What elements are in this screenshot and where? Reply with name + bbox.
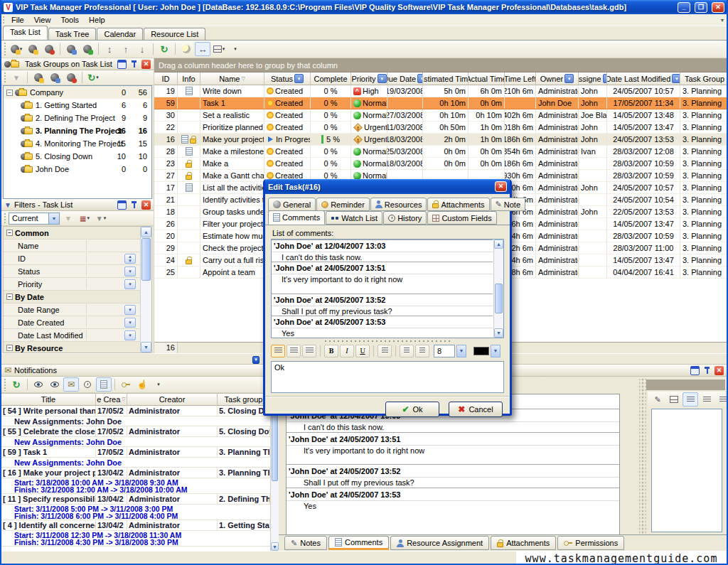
task-row-30[interactable]: 30Set a realisticCreated0 %Normal27/03/2… [154,109,727,122]
column-header-complete[interactable]: Complete [311,72,351,85]
delete-task-button[interactable] [41,42,57,56]
dialog-tab-resources[interactable]: Resources [370,198,427,211]
refresh-button[interactable]: ↻ [156,42,172,56]
tab-resource-list[interactable]: Resource List [144,28,205,40]
duplicate-task-button[interactable] [63,42,79,56]
collapse-toggle-icon[interactable]: − [6,90,13,96]
tree-item-5-closing-down[interactable]: 5. Closing Down1010 [4,150,151,163]
split-view-button[interactable] [666,392,682,407]
new-comment-input[interactable]: Ok [271,361,504,393]
notif-column-e-crea[interactable]: e Crea▽ [96,394,127,406]
mark-unread-button[interactable] [47,377,63,392]
task-row-28[interactable]: 28Make a milestone planCreated0 %Normal2… [154,146,727,158]
align-left-button[interactable] [682,392,698,407]
vertical-splitter[interactable] [639,379,646,537]
align-right-button[interactable] [302,345,316,357]
filter-group-common[interactable]: −Common [4,227,151,240]
align-right-button[interactable] [715,392,728,407]
splitter-collapse-button[interactable]: ▼ [252,356,259,364]
dialog-tab-general[interactable]: General [268,198,316,211]
show-assignments-button[interactable]: ✉ [63,377,79,392]
menu-overflow-icon[interactable]: ▾ [721,17,724,23]
filter-dropdown-button[interactable]: ▼ [124,318,136,328]
notification-row[interactable]: [ 11 ] Specify responsibility o13/04/2Ad… [1,494,279,505]
filter-dropdown-button[interactable]: ▼ [124,267,136,276]
detail-tab-attachments[interactable]: Attachments [491,536,556,550]
fit-columns-button[interactable]: ↔ [195,42,210,56]
detail-tab-notes[interactable]: Notes [284,536,327,550]
detail-tab-comments[interactable]: Comments [328,536,389,550]
dialog-close-button[interactable]: ✕ [495,181,507,192]
move-up-button[interactable]: ↑ [118,42,134,56]
dialog-tab-custom-fields[interactable]: Custom Fields [427,211,496,225]
panel-pin-button[interactable] [702,366,712,375]
column-header-estimated-time[interactable]: Estimated Time [423,72,469,85]
column-header-date-last-modified[interactable]: Date Last Modified▼ [607,72,680,85]
filter-dropdown-icon[interactable]: ▼ [378,74,387,83]
scrollbar-thumb[interactable] [141,238,151,281]
notif-column-creator[interactable]: Creator [127,394,218,406]
dialog-comments-scrollbar[interactable]: ▲ ▼ [493,240,503,338]
filter-preset-select[interactable]: Current▼ [9,212,60,225]
filter-dropdown-button[interactable]: ▼ [124,279,136,289]
tab-calendar[interactable]: Calendar [97,28,143,40]
filter-group-by-date[interactable]: −By Date [4,291,151,303]
filter-row-id[interactable]: ID▲▼ [4,252,151,265]
task-row-59[interactable]: 59Task 1Created0 %Normal0h 10m0h 0mJohn … [154,97,727,109]
tree-item-john-doe[interactable]: John Doe00 [4,163,151,176]
edit-group-button[interactable] [47,70,63,85]
panel-close-button[interactable]: ✕ [141,200,151,210]
sort-button[interactable]: ↕ [102,42,117,56]
chevron-down-icon[interactable]: ▼ [491,345,500,357]
column-header-status[interactable]: Status▼ [264,72,311,85]
delete-group-button[interactable] [63,70,79,85]
panel-restore-button[interactable] [690,366,700,375]
collapse-toggle-icon[interactable]: − [6,345,13,351]
menu-help[interactable]: Help [84,15,110,25]
panel-pin-button[interactable] [129,60,139,69]
column-header-due-date[interactable]: Due Date▼ [387,72,423,85]
notification-row[interactable]: [ 55 ] Celebrate the close dow17/05/2Adm… [1,426,279,437]
column-header-owner[interactable]: Owner▼ [536,72,579,85]
dialog-tab-note[interactable]: Note [491,198,525,211]
font-color-swatch[interactable] [473,347,489,355]
indent-button[interactable] [415,345,429,357]
align-left-button[interactable] [271,345,285,357]
filter-row-date-last-modified[interactable]: Date Last Modified▼ [4,329,151,342]
filter-dropdown-icon[interactable]: ▼ [417,74,423,83]
mark-read-button[interactable] [31,377,46,392]
maximize-button[interactable]: ❐ [695,2,707,13]
filter-groups-button[interactable]: ▼ [9,70,24,85]
ok-button[interactable]: ✔Ok [385,402,439,417]
column-header-actual-time[interactable]: Actual Time [469,72,505,85]
column-header-info[interactable]: Info [178,72,200,85]
notifications-overflow-button[interactable]: ▾ [151,377,166,392]
tab-task-tree[interactable]: Task Tree [48,28,97,40]
tree-item-2-defining-the-project[interactable]: 2. Defining The Project99 [4,112,151,124]
panel-close-button[interactable]: ✕ [714,366,724,375]
assign-button[interactable]: ☝ [134,377,150,392]
chevron-down-icon[interactable]: ▼ [456,345,466,357]
show-comments-button[interactable] [96,377,112,392]
note-text-area[interactable] [651,409,722,532]
filter-value-field[interactable] [86,317,123,328]
filter-row-priority[interactable]: Priority▼ [4,278,151,291]
detail-tab-permissions[interactable]: Permissions [557,536,624,550]
filter-dropdown-button[interactable]: ▼ [124,305,136,315]
column-header-priority[interactable]: Priority▼ [351,72,387,85]
filter-dropdown-icon[interactable]: ▼ [564,74,574,83]
align-center-button[interactable] [699,392,714,407]
scroll-down-icon[interactable]: ▼ [494,328,503,338]
column-header-name[interactable]: Name▽ [200,72,264,85]
task-row-23[interactable]: 23Make aCreated0 %Normal18/03/20080h 0m0… [154,158,727,170]
filter-dropdown-icon[interactable]: ▼ [294,74,304,83]
dialog-tab-history[interactable]: History [383,211,427,225]
filters-scrollbar[interactable]: ▲ ▼ [140,227,151,353]
scroll-down-icon[interactable]: ▼ [271,542,279,551]
dialog-tab-comments[interactable]: Comments [268,210,325,225]
italic-button[interactable]: I [340,345,354,357]
task-row-16[interactable]: 16Make your projectIn Progress5 %Urgent1… [154,134,727,146]
dialog-tab-attachments[interactable]: Attachments [427,198,489,211]
layout-button[interactable]: ▾ [211,42,227,56]
new-group-button[interactable] [31,70,46,85]
